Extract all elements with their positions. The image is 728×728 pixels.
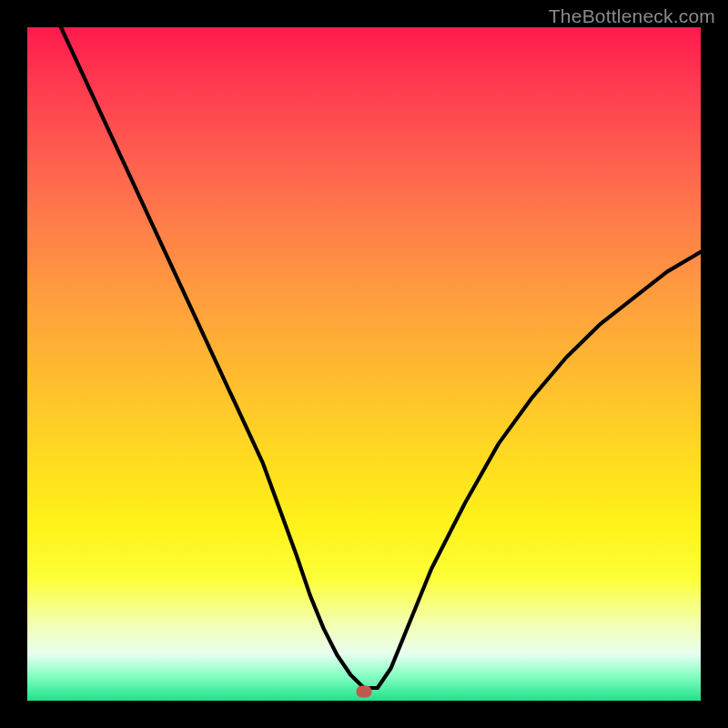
plot-area (27, 27, 701, 701)
trough-marker (357, 686, 372, 698)
chart-frame: TheBottleneck.com (0, 0, 728, 728)
curve-svg (27, 27, 701, 701)
bottleneck-curve (61, 27, 701, 688)
watermark-text: TheBottleneck.com (549, 5, 715, 27)
